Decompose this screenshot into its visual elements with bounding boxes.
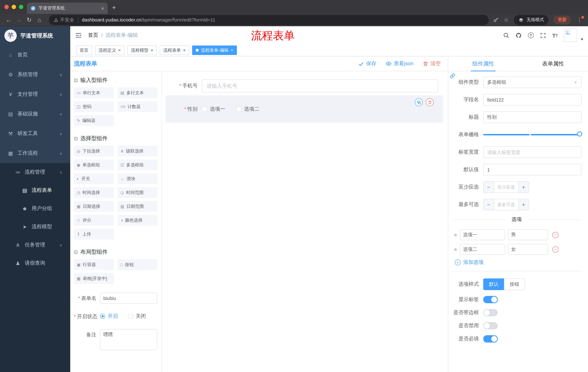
palette-item-time-range[interactable]: ◶时间范围	[117, 187, 158, 198]
remove-option-button[interactable]: −	[552, 246, 558, 252]
palette-item-radio[interactable]: ◉单选框组	[74, 159, 114, 170]
increase-button[interactable]: +	[518, 182, 529, 192]
phone-field-row[interactable]: 手机号	[166, 79, 443, 93]
palette-item-rate[interactable]: ☆评分	[74, 215, 114, 226]
disabled-switch[interactable]	[483, 322, 498, 329]
form-name-input[interactable]	[100, 293, 157, 304]
user-avatar[interactable]	[564, 29, 577, 42]
browser-tab[interactable]: 芋道管理系统 ×	[27, 2, 108, 14]
palette-item-button[interactable]: □按钮	[117, 259, 158, 270]
status-off-radio[interactable]: 关闭	[128, 313, 146, 319]
security-status[interactable]: 不安全	[54, 17, 78, 23]
sidebar-item-list[interactable]: ≔流程管理∧	[0, 163, 70, 181]
update-button[interactable]: 更新	[553, 15, 571, 24]
palette-item-textarea[interactable]: ▤多行文本	[117, 87, 158, 98]
palette-item-color[interactable]: ◑颜色选择	[117, 215, 158, 226]
github-icon[interactable]	[515, 32, 522, 38]
sidebar-item-model[interactable]: ➤流程模型	[0, 218, 70, 236]
palette-item-cascade[interactable]: ⋔级联选择	[117, 146, 158, 157]
min-select-value[interactable]: 至少应选	[494, 182, 518, 192]
show-label-switch[interactable]	[483, 296, 498, 303]
decrease-button[interactable]: −	[483, 182, 494, 192]
sidebar-item-workflow[interactable]: ▦工作流程∧	[0, 143, 70, 163]
option-2-value-input[interactable]	[508, 244, 548, 255]
new-tab-button[interactable]: +	[112, 4, 116, 12]
form-canvas[interactable]: 手机号 性别 选项一	[162, 71, 448, 372]
bookmark-star-icon[interactable]: ☆	[504, 17, 509, 23]
tab-form-props[interactable]: 表单属性	[518, 56, 588, 71]
sidebar-item-home[interactable]: ⌂首页	[0, 45, 70, 65]
drag-handle-icon[interactable]: ≡	[454, 247, 457, 252]
option-1-value-input[interactable]	[508, 229, 548, 240]
tab-component-props[interactable]: 组件属性	[448, 56, 518, 71]
sidebar-item-users[interactable]: ☻用户分组	[0, 200, 70, 218]
home-button[interactable]: ⌂	[34, 15, 44, 25]
sidebar-logo-row[interactable]: 芋 芋道管理系统	[0, 26, 70, 45]
avatar-caret-icon[interactable]: ▼	[580, 37, 584, 41]
label-width-input[interactable]	[483, 146, 581, 158]
slider-handle[interactable]	[577, 131, 582, 137]
add-option-button[interactable]: + 添加选项	[455, 259, 581, 266]
close-window-button[interactable]	[4, 5, 9, 9]
breadcrumb-home[interactable]: 首页	[88, 32, 98, 39]
forward-button[interactable]: →	[14, 15, 24, 25]
page-tag[interactable]: 流程模型×	[127, 45, 157, 55]
view-json-button[interactable]: 查看json	[386, 60, 413, 67]
page-tag[interactable]: 首页	[76, 45, 92, 55]
palette-item-table[interactable]: ▦表格[开发中]	[74, 273, 114, 284]
increase-button[interactable]: +	[518, 199, 529, 210]
max-select-value[interactable]: 最多可选	[494, 199, 518, 210]
close-tag-icon[interactable]: ×	[183, 48, 186, 53]
palette-item-password[interactable]: ◫密码	[74, 101, 114, 112]
palette-item-checkbox[interactable]: ☑多选框组	[117, 159, 158, 170]
sidebar-item-yen[interactable]: ¥支付管理∨	[0, 85, 70, 104]
drag-handle-icon[interactable]: ≡	[454, 232, 457, 237]
palette-item-slider[interactable]: ↔滑块	[117, 173, 158, 184]
form-remark-textarea[interactable]: 嘿嘿	[100, 329, 157, 350]
palette-item-time[interactable]: ◷时间选择	[74, 187, 114, 198]
minimize-window-button[interactable]	[12, 5, 16, 9]
address-bar[interactable]: 不安全 dashboard.yudao.iocoder.cn/bpm/manag…	[49, 15, 488, 25]
phone-field-input[interactable]	[202, 79, 438, 93]
palette-item-select[interactable]: ◎下拉选择	[74, 146, 114, 157]
sidebar-item-tools[interactable]: ⚒研发工具∨	[0, 124, 70, 143]
sidebar-item-gear[interactable]: ⚙系统管理∨	[0, 65, 70, 85]
sidebar-item-infra[interactable]: ▤基础设施∨	[0, 104, 70, 124]
palette-item-date[interactable]: ▦日期选择	[74, 201, 114, 212]
palette-item-input[interactable]: ▭单行文本	[74, 87, 114, 98]
option-2-label-input[interactable]	[460, 244, 505, 255]
close-tag-icon[interactable]: ×	[231, 48, 233, 53]
palette-item-upload[interactable]: ↥上传	[74, 229, 114, 240]
help-icon[interactable]: ?	[528, 32, 534, 38]
zoom-window-button[interactable]	[19, 5, 23, 9]
palette-item-date-range[interactable]: ▧日期范围	[117, 201, 158, 212]
gender-option-1-checkbox[interactable]: 选项一	[202, 106, 225, 112]
form-grid-slider[interactable]	[483, 129, 581, 140]
default-value-input[interactable]	[483, 164, 581, 175]
status-on-radio[interactable]: 开启	[100, 313, 118, 319]
palette-item-counter[interactable]: 123计数器	[117, 101, 158, 112]
page-tag[interactable]: 流程表单-编辑×	[192, 45, 237, 55]
browser-menu-icon[interactable]: ⋮	[576, 17, 583, 23]
save-button[interactable]: 保存	[358, 60, 377, 67]
sidebar-item-form[interactable]: ▤流程表单	[0, 181, 70, 200]
style-button-button[interactable]: 按钮	[504, 278, 525, 290]
close-tab-icon[interactable]: ×	[101, 5, 104, 11]
border-switch[interactable]	[483, 309, 498, 316]
collapse-sidebar-icon[interactable]	[76, 32, 82, 39]
close-tag-icon[interactable]: ×	[118, 48, 121, 53]
required-switch[interactable]	[483, 335, 498, 342]
remove-option-button[interactable]: −	[552, 232, 558, 238]
decrease-button[interactable]: −	[483, 199, 494, 210]
style-default-button[interactable]: 默认	[483, 278, 504, 290]
font-size-icon[interactable]: TT	[552, 32, 558, 38]
title-input[interactable]	[483, 111, 581, 123]
field-name-input[interactable]	[483, 94, 581, 106]
back-button[interactable]: ←	[4, 15, 14, 25]
sidebar-item-tasks[interactable]: ⋔任务管理∨	[0, 236, 70, 254]
clear-button[interactable]: 清空	[423, 60, 441, 67]
component-type-select[interactable]: 多选框组 ▼	[483, 76, 581, 88]
password-key-icon[interactable]	[493, 17, 499, 23]
gender-field-selected[interactable]: 性别 选项一 选项二	[166, 95, 443, 123]
palette-item-row[interactable]: ▣行容器	[74, 259, 114, 270]
